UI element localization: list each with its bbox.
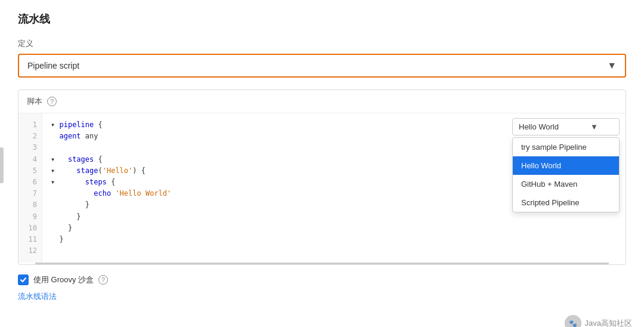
script-section: 脚本 ? 1 2 3 4 5 6 7 8 9 10 11 12 ▾ pipeli… — [18, 90, 626, 265]
script-header: 脚本 ? — [18, 90, 626, 113]
definition-label: 定义 — [18, 38, 626, 49]
page-title: 流水线 — [18, 12, 626, 26]
watermark-text: Java高知社区 — [585, 318, 632, 327]
left-accent — [0, 147, 4, 183]
sample-dropdown-container: Hello World try sample Pipeline GitHub +… — [512, 118, 620, 137]
script-help-icon[interactable]: ? — [47, 97, 57, 106]
dropdown-item-scripted[interactable]: Scripted Pipeline — [513, 193, 619, 212]
line-numbers: 1 2 3 4 5 6 7 8 9 10 11 12 — [18, 113, 42, 263]
dropdown-item-try-sample[interactable]: try sample Pipeline — [513, 138, 619, 156]
groovy-section: 使用 Groovy 沙盒 ? — [18, 265, 626, 291]
dropdown-menu: try sample Pipeline Hello World GitHub +… — [512, 137, 620, 212]
sample-select-wrapper[interactable]: Hello World try sample Pipeline GitHub +… — [512, 118, 620, 135]
script-body: 1 2 3 4 5 6 7 8 9 10 11 12 ▾ pipeline { … — [18, 113, 626, 263]
groovy-checkbox-wrapper[interactable]: 使用 Groovy 沙盒 ? — [18, 274, 108, 285]
dropdown-item-hello-world[interactable]: Hello World — [513, 156, 619, 175]
definition-chevron-icon: ▼ — [607, 60, 625, 71]
groovy-help-icon[interactable]: ? — [98, 275, 108, 285]
sample-chevron-icon: ▼ — [590, 122, 603, 131]
dropdown-item-github-maven[interactable]: GitHub + Maven — [513, 175, 619, 193]
page-container: 流水线 定义 Pipeline script Pipeline script f… — [0, 0, 644, 327]
watermark-icon: 🐾 — [565, 315, 581, 327]
check-icon — [20, 276, 27, 283]
sample-select[interactable]: Hello World try sample Pipeline GitHub +… — [513, 119, 590, 135]
script-footer-divider — [35, 263, 609, 264]
groovy-checkbox[interactable] — [18, 274, 29, 285]
definition-select[interactable]: Pipeline script Pipeline script from SCM — [19, 55, 607, 76]
script-label: 脚本 — [27, 96, 42, 107]
watermark: 🐾 Java高知社区 — [565, 315, 632, 327]
groovy-label: 使用 Groovy 沙盒 — [33, 274, 94, 285]
definition-select-wrapper[interactable]: Pipeline script Pipeline script from SCM… — [18, 54, 626, 78]
pipeline-syntax-link[interactable]: 流水线语法 — [18, 291, 626, 302]
